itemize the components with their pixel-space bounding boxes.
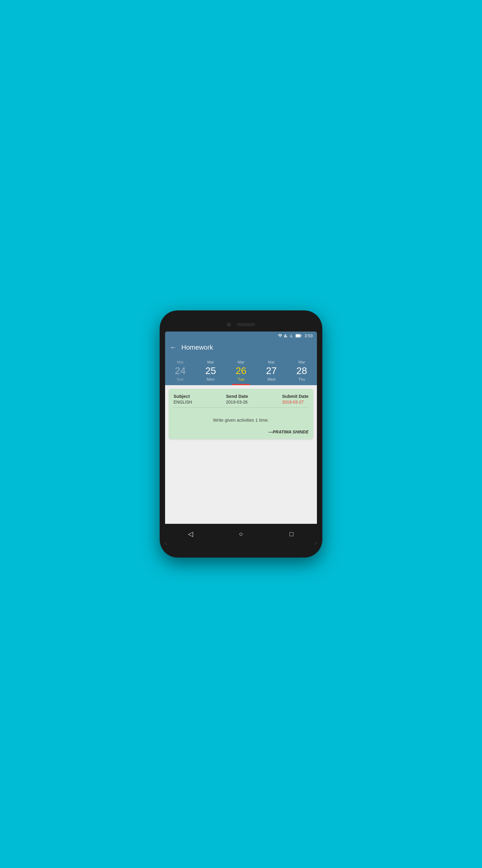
status-bar: 3:53: [165, 332, 317, 340]
calendar-day-mon[interactable]: Mar 25 Mon: [196, 359, 225, 385]
submit-date-column: Submit Date 2019-03-27: [282, 394, 309, 404]
calendar-strip: Mar 24 Sun Mar 25 Mon Mar 26 Tue Mar 27 …: [165, 356, 317, 385]
send-date-value: 2019-03-26: [226, 400, 248, 404]
front-camera: [227, 322, 231, 327]
calendar-day-thu[interactable]: Mar 28 Thu: [287, 359, 316, 385]
cal-name-1: Mon: [207, 377, 215, 381]
send-date-column: Send Date 2019-03-26: [226, 394, 248, 404]
cal-month-4: Mar: [298, 360, 305, 364]
phone-screen: 3:53 ← Homework Mar 24 Sun Mar 25 Mon Ma…: [165, 332, 317, 544]
battery-icon: [295, 334, 301, 338]
calendar-day-sun[interactable]: Mar 24 Sun: [166, 359, 195, 385]
cal-name-0: Sun: [177, 377, 184, 381]
submit-date-value: 2019-03-27: [282, 400, 309, 404]
cal-number-0: 24: [175, 366, 186, 376]
cal-number-1: 25: [205, 366, 216, 376]
cal-number-2: 26: [235, 366, 247, 376]
speaker: [237, 323, 255, 326]
wifi-icon: [278, 333, 283, 338]
subject-value: ENGLISH: [173, 400, 192, 404]
phone-top-bezel: [165, 319, 317, 332]
phone-bottom-bezel: [165, 544, 317, 549]
app-bar: ← Homework: [165, 340, 317, 356]
nav-recents-button[interactable]: □: [286, 528, 298, 540]
status-time: 3:53: [304, 333, 313, 338]
homework-author: ---PRATIMA SHINDE: [173, 430, 309, 434]
bottom-nav: ◁ ○ □: [165, 524, 317, 544]
calendar-day-tue[interactable]: Mar 26 Tue: [227, 359, 255, 385]
cal-name-3: Wed: [267, 377, 276, 381]
cal-name-2: Tue: [238, 377, 244, 381]
svg-rect-2: [296, 335, 300, 337]
signal2-icon: [290, 333, 294, 338]
homework-description: Write given activities 1 time.: [173, 412, 309, 430]
cal-number-4: 28: [296, 366, 307, 376]
status-icons: [278, 333, 301, 338]
cal-number-3: 27: [266, 366, 277, 376]
send-date-label: Send Date: [226, 394, 248, 399]
cal-name-4: Thu: [298, 377, 305, 381]
cal-month-1: Mar: [207, 360, 214, 364]
signal-icon: [284, 333, 288, 338]
cal-month-2: Mar: [238, 360, 244, 364]
phone-device: 3:53 ← Homework Mar 24 Sun Mar 25 Mon Ma…: [160, 310, 322, 557]
card-header: Subject ENGLISH Send Date 2019-03-26 Sub…: [173, 394, 309, 408]
subject-column: Subject ENGLISH: [173, 394, 192, 404]
content-area: Subject ENGLISH Send Date 2019-03-26 Sub…: [165, 385, 317, 524]
back-button[interactable]: ←: [170, 344, 176, 351]
submit-date-label: Submit Date: [282, 394, 309, 399]
homework-card: Subject ENGLISH Send Date 2019-03-26 Sub…: [169, 389, 313, 439]
cal-month-3: Mar: [268, 360, 275, 364]
app-title: Homework: [181, 344, 213, 351]
svg-rect-1: [300, 335, 301, 337]
subject-label: Subject: [173, 394, 192, 399]
nav-home-button[interactable]: ○: [235, 528, 247, 540]
cal-month-0: Mar: [177, 360, 184, 364]
calendar-day-wed[interactable]: Mar 27 Wed: [257, 359, 286, 385]
nav-back-button[interactable]: ◁: [184, 528, 196, 540]
